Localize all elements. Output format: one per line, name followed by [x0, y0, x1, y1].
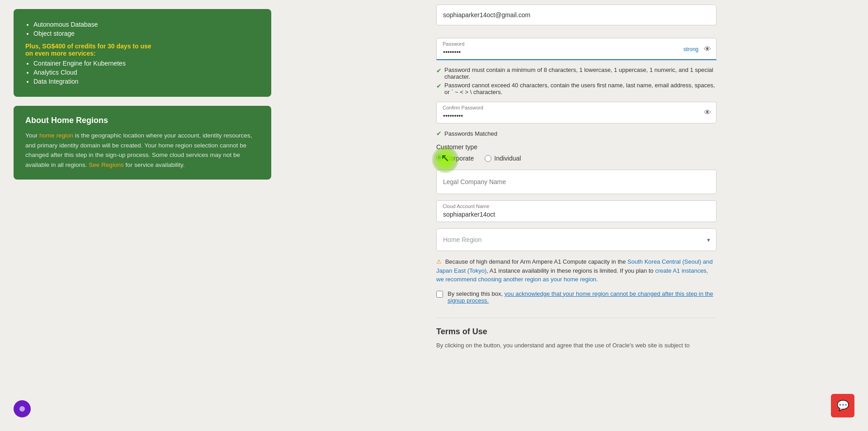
home-region-select-group: Home Region ▾	[436, 228, 717, 251]
warning-icon: ⚠	[436, 258, 442, 265]
home-region-link[interactable]: home region	[39, 132, 73, 139]
cloud-account-label: Cloud Account Name	[443, 204, 489, 209]
terms-body: By clicking on the button, you understan…	[436, 341, 717, 350]
confirm-password-eye-icon[interactable]: 👁	[704, 109, 711, 117]
form-section: Password strong 👁 ✔ Password must contai…	[436, 5, 717, 350]
legal-company-input[interactable]	[436, 170, 717, 194]
home-region-select[interactable]: Home Region	[436, 228, 717, 251]
acknowledge-checkbox[interactable]	[436, 291, 443, 298]
email-input[interactable]	[436, 5, 717, 25]
credit-text: Plus, SG$400 of credits for 30 days to u…	[25, 43, 259, 57]
acknowledge-checkbox-row: By selecting this box, you acknowledge t…	[436, 290, 717, 304]
extra-service-item: Container Engine for Kubernetes	[33, 60, 259, 67]
individual-radio-option[interactable]: Individual	[485, 155, 521, 162]
customer-type-section: Customer type Corporate Individual	[436, 143, 717, 162]
password-validation-1: ✔ Password must contain a minimum of 8 c…	[436, 66, 717, 80]
password-input[interactable]	[436, 38, 717, 60]
left-panel: Autonomous Database Object storage Plus,…	[0, 0, 285, 431]
corporate-label: Corporate	[446, 155, 474, 162]
extra-services-list: Container Engine for Kubernetes Analytic…	[33, 60, 259, 85]
individual-radio-input[interactable]	[485, 155, 491, 162]
check-icon-1: ✔	[436, 67, 442, 74]
corporate-radio-option[interactable]: Corporate	[436, 154, 474, 162]
about-home-regions-card: About Home Regions Your home region is t…	[14, 106, 271, 180]
individual-label: Individual	[494, 155, 521, 162]
main-form-panel: Password strong 👁 ✔ Password must contai…	[285, 0, 868, 431]
legal-company-field-group	[436, 170, 717, 200]
password-validation-block: ✔ Password must contain a minimum of 8 c…	[436, 66, 717, 95]
service-item: Object storage	[33, 30, 259, 37]
chat-button[interactable]: 💬	[831, 394, 854, 417]
check-icon-2: ✔	[436, 82, 442, 90]
password-validation-2: ✔ Password cannot exceed 40 characters, …	[436, 82, 717, 95]
email-field-group	[436, 5, 717, 32]
warning-block: ⚠ Because of high demand for Arm Ampere …	[436, 257, 717, 284]
confirm-password-input[interactable]	[436, 102, 717, 123]
terms-title: Terms of Use	[436, 327, 717, 336]
passwords-matched-msg: ✔ Passwords Matched	[436, 130, 717, 137]
service-item: Autonomous Database	[33, 21, 259, 28]
confirm-password-field-group: Confirm Password 👁	[436, 102, 717, 123]
cursor-highlight	[436, 154, 443, 162]
acknowledge-link[interactable]: you acknowledge that your home region ca…	[448, 290, 713, 304]
corporate-radio-input[interactable]	[436, 154, 443, 161]
password-eye-icon[interactable]: 👁	[704, 45, 711, 53]
extra-service-item: Analytics Cloud	[33, 69, 259, 76]
about-card-title: About Home Regions	[25, 116, 259, 125]
extra-service-item: Data Integration	[33, 78, 259, 85]
matched-check-icon: ✔	[436, 130, 442, 137]
chat-icon: 💬	[837, 400, 849, 412]
services-list: Autonomous Database Object storage	[33, 21, 259, 37]
services-card: Autonomous Database Object storage Plus,…	[14, 9, 271, 97]
password-strength-label: strong	[684, 46, 698, 52]
cloud-account-field-group: Cloud Account Name	[436, 200, 717, 222]
customer-type-radio-group: Corporate Individual	[436, 154, 717, 162]
customer-type-label: Customer type	[436, 143, 717, 151]
see-regions-link[interactable]: See Regions	[89, 161, 123, 168]
acknowledge-checkbox-label: By selecting this box, you acknowledge t…	[448, 290, 717, 304]
about-card-body: Your home region is the geographic locat…	[25, 131, 259, 170]
warning-text: Because of high demand for Arm Ampere A1…	[436, 258, 712, 283]
terms-section: Terms of Use By clicking on the button, …	[436, 317, 717, 350]
purple-circle-button[interactable]	[14, 400, 31, 417]
password-field-group: Password strong 👁	[436, 38, 717, 60]
